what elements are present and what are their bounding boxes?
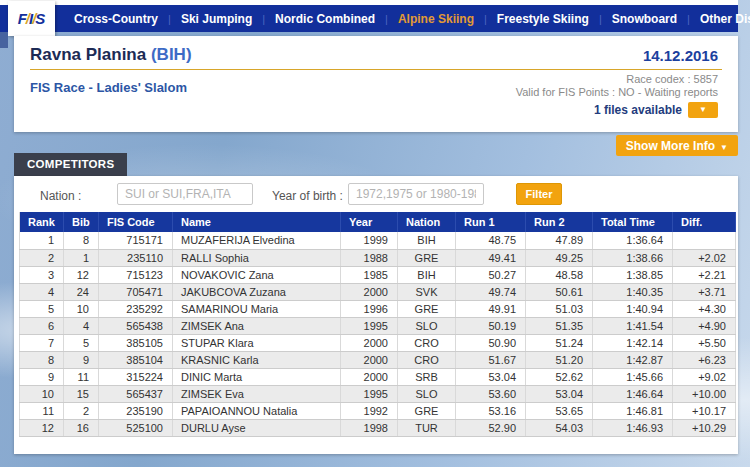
cell-run-2: 51.35 [526, 317, 593, 334]
cell-bib: 4 [64, 317, 99, 334]
competitors-section-tab[interactable]: COMPETITORS [14, 153, 127, 176]
cell-run-2: 48.58 [526, 266, 593, 283]
nav-item-other-disciplines[interactable]: Other Disciplines [690, 12, 750, 26]
cell-total-time: 1:36.64 [593, 232, 673, 249]
table-row: 312715123NOVAKOVIC Zana1985BIH50.2748.58… [20, 266, 736, 283]
competitors-panel: Nation : Year of birth : Filter RankBibF… [14, 176, 738, 454]
cell-year: 1996 [341, 300, 398, 317]
venue-name: Ravna Planina [30, 45, 146, 64]
valid-for-points: Valid for FIS Points : NO - Waiting repo… [516, 86, 718, 99]
year-of-birth-filter-input[interactable] [348, 183, 484, 205]
cell-year: 1995 [341, 317, 398, 334]
cell-bib: 15 [64, 385, 99, 402]
table-row: 1015565437ZIMSEK Eva1995SLO53.6053.041:4… [20, 385, 736, 402]
cell-total-time: 1:42.87 [593, 351, 673, 368]
cell-year: 1992 [341, 402, 398, 419]
cell-name: DURLU Ayse [173, 419, 341, 436]
table-row: 1216525100DURLU Ayse1998TUR52.9054.031:4… [20, 419, 736, 436]
year-of-birth-filter-label: Year of birth : [272, 189, 343, 203]
column-header-bib[interactable]: Bib [64, 212, 99, 232]
cell-rank: 1 [20, 232, 64, 249]
nav-item-snowboard[interactable]: Snowboard [602, 12, 687, 26]
table-row: 21235110RALLI Sophia1988GRE49.4149.251:3… [20, 249, 736, 266]
cell-fis-code: 385104 [99, 351, 173, 368]
cell-year: 1999 [341, 232, 398, 249]
cell-run-1: 49.41 [456, 249, 526, 266]
nav-item-cross-country[interactable]: Cross-Country [64, 12, 168, 26]
column-header-nation[interactable]: Nation [398, 212, 456, 232]
cell-bib: 11 [64, 368, 99, 385]
nav-item-alpine-skiing[interactable]: Alpine Skiing [388, 12, 484, 26]
cell-total-time: 1:46.64 [593, 385, 673, 402]
cell-nation: TUR [398, 419, 456, 436]
cell-rank: 12 [20, 419, 64, 436]
cell-rank: 6 [20, 317, 64, 334]
table-header-row: RankBibFIS CodeNameYearNationRun 1Run 2T… [20, 212, 736, 232]
cell-bib: 5 [64, 334, 99, 351]
nav-item-freestyle-skiing[interactable]: Freestyle Skiing [487, 12, 599, 26]
column-header-total-time[interactable]: Total Time [593, 212, 673, 232]
show-more-label: Show More Info [626, 139, 715, 153]
column-header-name[interactable]: Name [173, 212, 341, 232]
nav-item-nordic-combined[interactable]: Nordic Combined [265, 12, 385, 26]
cell-year: 2000 [341, 283, 398, 300]
cell-diff-: +6.23 [673, 351, 736, 368]
table-body: 18715171MUZAFERIJA Elvedina1999BIH48.754… [20, 232, 736, 436]
cell-nation: CRO [398, 334, 456, 351]
cell-run-2: 51.03 [526, 300, 593, 317]
column-header-year[interactable]: Year [341, 212, 398, 232]
cell-name: ZIMSEK Eva [173, 385, 341, 402]
column-header-diff-[interactable]: Diff. [673, 212, 736, 232]
cell-nation: SVK [398, 283, 456, 300]
cell-total-time: 1:45.66 [593, 368, 673, 385]
cell-name: DINIC Marta [173, 368, 341, 385]
page-title: Ravna Planina (BIH) [30, 45, 192, 65]
cell-run-1: 53.60 [456, 385, 526, 402]
nav-item-ski-jumping[interactable]: Ski Jumping [171, 12, 262, 26]
cell-rank: 11 [20, 402, 64, 419]
cell-bib: 9 [64, 351, 99, 368]
cell-run-1: 53.16 [456, 402, 526, 419]
cell-diff-: +10.00 [673, 385, 736, 402]
filter-button[interactable]: Filter [516, 183, 562, 205]
cell-fis-code: 385105 [99, 334, 173, 351]
cell-run-2: 51.20 [526, 351, 593, 368]
show-more-info-button[interactable]: Show More Info▼ [616, 135, 738, 156]
cell-diff-: +4.90 [673, 317, 736, 334]
fis-logo[interactable]: F/I/S [8, 1, 55, 36]
cell-diff-: +9.02 [673, 368, 736, 385]
cell-total-time: 1:46.93 [593, 419, 673, 436]
cell-run-2: 47.89 [526, 232, 593, 249]
race-meta: Race codex : 5857 Valid for FIS Points :… [516, 73, 718, 99]
cell-rank: 3 [20, 266, 64, 283]
cell-rank: 10 [20, 385, 64, 402]
column-header-run-2[interactable]: Run 2 [526, 212, 593, 232]
cell-run-1: 49.91 [456, 300, 526, 317]
nation-filter-input[interactable] [117, 183, 253, 205]
results-table-wrap: RankBibFIS CodeNameYearNationRun 1Run 2T… [19, 212, 736, 437]
cell-nation: SLO [398, 317, 456, 334]
column-header-rank[interactable]: Rank [20, 212, 64, 232]
cell-name: MUZAFERIJA Elvedina [173, 232, 341, 249]
cell-run-1: 52.90 [456, 419, 526, 436]
table-row: 89385104KRASNIC Karla2000CRO51.6751.201:… [20, 351, 736, 368]
cell-year: 1988 [341, 249, 398, 266]
cell-year: 2000 [341, 368, 398, 385]
cell-name: STUPAR Klara [173, 334, 341, 351]
results-table: RankBibFIS CodeNameYearNationRun 1Run 2T… [19, 212, 736, 437]
cell-run-2: 53.65 [526, 402, 593, 419]
cell-total-time: 1:42.14 [593, 334, 673, 351]
cell-name: SAMARINOU Maria [173, 300, 341, 317]
cell-fis-code: 715171 [99, 232, 173, 249]
column-header-run-1[interactable]: Run 1 [456, 212, 526, 232]
files-dropdown-button[interactable]: ▼ [688, 102, 718, 118]
cell-diff-: +10.29 [673, 419, 736, 436]
cell-run-2: 53.04 [526, 385, 593, 402]
cell-rank: 7 [20, 334, 64, 351]
cell-run-1: 51.67 [456, 351, 526, 368]
cell-diff-: +5.50 [673, 334, 736, 351]
cell-bib: 8 [64, 232, 99, 249]
files-row: 1 files available ▼ [594, 102, 718, 118]
cell-bib: 10 [64, 300, 99, 317]
column-header-fis-code[interactable]: FIS Code [99, 212, 173, 232]
